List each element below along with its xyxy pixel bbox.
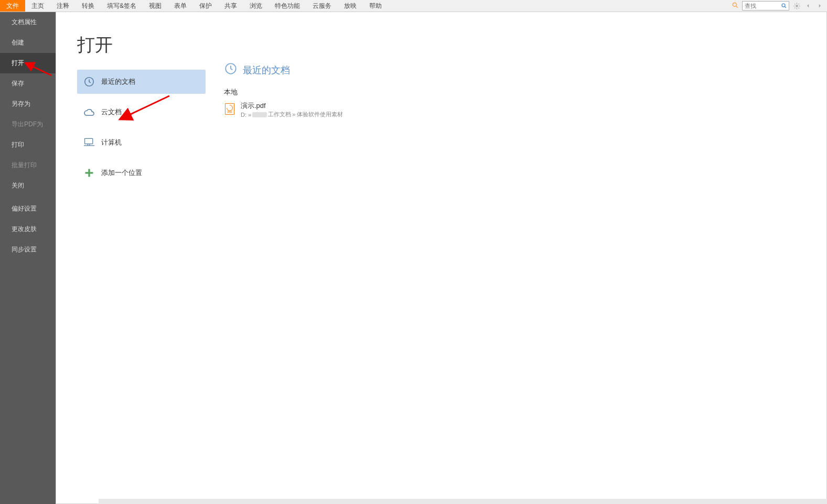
open-sources-panel: 打开 最近的文档 云文档 (56, 12, 206, 503)
menu-tab-slideshow[interactable]: 放映 (338, 0, 363, 12)
menu-tab-feature[interactable]: 特色功能 (268, 0, 306, 12)
recent-header: 最近的文档 (224, 62, 826, 78)
computer-icon (83, 137, 95, 148)
source-cloud[interactable]: 云文档 (77, 100, 206, 124)
recent-file-name: 演示.pdf (241, 101, 343, 111)
page-title: 打开 (77, 33, 206, 57)
menu-tab-view[interactable]: 视图 (143, 0, 168, 12)
open-content: 打开 最近的文档 云文档 (56, 12, 827, 504)
sidebar-item-batchprint[interactable]: 批量打印 (0, 155, 56, 176)
sidebar-item-close[interactable]: 关闭 (0, 176, 56, 196)
menu-tab-home[interactable]: 主页 (25, 0, 50, 12)
file-sidebar: 文档属性 创建 打开 保存 另存为 导出PDF为 打印 批量打印 关闭 偏好设置… (0, 12, 56, 504)
source-label: 计算机 (101, 138, 122, 147)
source-computer[interactable]: 计算机 (77, 130, 206, 155)
source-addlocation[interactable]: 添加一个位置 (77, 161, 206, 185)
clock-icon (224, 62, 238, 78)
source-label: 最近的文档 (101, 77, 135, 86)
cloud-icon (83, 106, 95, 118)
clock-icon (83, 76, 95, 87)
recent-section-local: 本地 (224, 87, 826, 97)
menu-tab-convert[interactable]: 转换 (76, 0, 101, 12)
recent-heading: 最近的文档 (243, 64, 290, 76)
sidebar-item-sync[interactable]: 同步设置 (0, 239, 56, 260)
sidebar-item-skin[interactable]: 更改皮肤 (0, 219, 56, 239)
search-shortcut-icon[interactable] (732, 2, 739, 10)
menu-tab-cloud[interactable]: 云服务 (306, 0, 338, 12)
sidebar-item-print[interactable]: 打印 (0, 135, 56, 155)
sidebar-item-docprops[interactable]: 文档属性 (0, 12, 56, 32)
search-input[interactable] (743, 3, 779, 9)
source-label: 添加一个位置 (101, 168, 142, 178)
plus-icon (83, 167, 95, 179)
svg-point-1 (782, 4, 785, 7)
sidebar-item-saveas[interactable]: 另存为 (0, 94, 56, 114)
svg-rect-6 (85, 172, 93, 173)
sidebar-item-save[interactable]: 保存 (0, 73, 56, 94)
search-box (742, 1, 789, 10)
nav-next-icon[interactable] (815, 2, 824, 10)
menu-tab-share[interactable]: 共享 (218, 0, 243, 12)
recent-file-item[interactable]: 演示.pdf D: » 工作文档 » 体验软件使用素材 (224, 100, 826, 119)
menu-tab-fillsign[interactable]: 填写&签名 (101, 0, 143, 12)
svg-point-2 (796, 5, 797, 6)
menu-tab-browse[interactable]: 浏览 (243, 0, 268, 12)
sidebar-item-preferences[interactable]: 偏好设置 (0, 199, 56, 219)
recent-docs-panel: 最近的文档 本地 演示.pdf D: » 工作文档 » 体验软件使用素材 (206, 12, 826, 503)
pdf-file-icon (224, 102, 235, 116)
svg-point-0 (733, 3, 736, 6)
sidebar-item-exportpdf[interactable]: 导出PDF为 (0, 114, 56, 135)
menubar: 文件 主页 注释 转换 填写&签名 视图 表单 保护 共享 浏览 特色功能 云服… (0, 0, 827, 12)
menu-tab-form[interactable]: 表单 (168, 0, 193, 12)
svg-rect-4 (85, 138, 93, 144)
menu-tab-protect[interactable]: 保护 (193, 0, 218, 12)
gear-icon[interactable] (792, 2, 801, 10)
bottom-scrollbar[interactable] (99, 499, 827, 504)
nav-prev-icon[interactable] (804, 2, 812, 10)
menu-tab-file[interactable]: 文件 (0, 0, 25, 12)
sidebar-item-create[interactable]: 创建 (0, 32, 56, 53)
source-label: 云文档 (101, 107, 122, 117)
sidebar-item-open[interactable]: 打开 (0, 53, 56, 73)
recent-file-path: D: » 工作文档 » 体验软件使用素材 (241, 111, 343, 118)
search-button[interactable] (779, 2, 789, 10)
source-recent[interactable]: 最近的文档 (77, 70, 206, 94)
menu-tab-annotate[interactable]: 注释 (50, 0, 76, 12)
menu-tab-help[interactable]: 帮助 (363, 0, 388, 12)
redacted-segment (252, 112, 267, 117)
